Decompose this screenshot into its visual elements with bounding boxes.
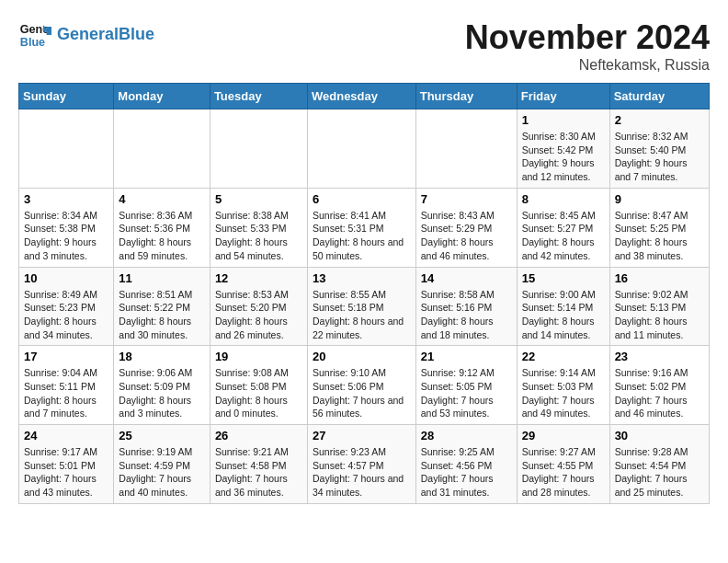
day-number: 29 [522,429,605,442]
day-number: 21 [421,350,512,363]
calendar-cell: 17Sunrise: 9:04 AM Sunset: 5:11 PM Dayli… [19,346,114,425]
day-info: Sunrise: 8:47 AM Sunset: 5:25 PM Dayligh… [615,209,704,263]
header-saturday: Saturday [609,84,709,109]
day-info: Sunrise: 8:45 AM Sunset: 5:27 PM Dayligh… [522,209,605,263]
calendar-cell [415,109,517,189]
calendar-cell: 23Sunrise: 9:16 AM Sunset: 5:02 PM Dayli… [609,346,709,425]
day-number: 24 [24,429,108,442]
calendar-cell: 13Sunrise: 8:55 AM Sunset: 5:18 PM Dayli… [307,267,415,346]
calendar-cell: 10Sunrise: 8:49 AM Sunset: 5:23 PM Dayli… [19,267,114,346]
day-info: Sunrise: 9:02 AM Sunset: 5:13 PM Dayligh… [615,288,704,342]
calendar-cell: 4Sunrise: 8:36 AM Sunset: 5:36 PM Daylig… [114,188,210,267]
day-info: Sunrise: 9:04 AM Sunset: 5:11 PM Dayligh… [24,366,108,420]
calendar-cell: 5Sunrise: 8:38 AM Sunset: 5:33 PM Daylig… [210,188,307,267]
calendar-cell: 28Sunrise: 9:25 AM Sunset: 4:56 PM Dayli… [415,425,517,504]
day-info: Sunrise: 9:17 AM Sunset: 5:01 PM Dayligh… [24,445,108,500]
calendar-cell: 30Sunrise: 9:28 AM Sunset: 4:54 PM Dayli… [609,425,709,504]
calendar-week-5: 24Sunrise: 9:17 AM Sunset: 5:01 PM Dayli… [19,425,710,504]
day-info: Sunrise: 9:28 AM Sunset: 4:54 PM Dayligh… [615,445,704,500]
day-number: 25 [119,429,205,442]
day-number: 16 [615,271,704,285]
day-number: 11 [119,271,205,285]
day-number: 15 [522,271,605,285]
logo-icon: General Blue [18,18,51,52]
day-number: 13 [313,271,411,285]
page-header: General Blue GeneralBlue November 2024 N… [18,18,710,74]
calendar-cell [210,109,307,189]
calendar-cell: 20Sunrise: 9:10 AM Sunset: 5:06 PM Dayli… [307,346,415,425]
calendar-cell: 19Sunrise: 9:08 AM Sunset: 5:08 PM Dayli… [210,346,307,425]
day-number: 12 [215,271,302,285]
calendar-week-4: 17Sunrise: 9:04 AM Sunset: 5:11 PM Dayli… [19,346,710,425]
calendar-cell: 24Sunrise: 9:17 AM Sunset: 5:01 PM Dayli… [19,425,114,504]
day-info: Sunrise: 8:53 AM Sunset: 5:20 PM Dayligh… [215,288,302,342]
day-number: 14 [421,271,512,285]
header-thursday: Thursday [415,84,517,109]
title-block: November 2024 Neftekamsk, Russia [465,18,710,74]
header-sunday: Sunday [19,84,114,109]
calendar-cell: 18Sunrise: 9:06 AM Sunset: 5:09 PM Dayli… [114,346,210,425]
day-info: Sunrise: 8:43 AM Sunset: 5:29 PM Dayligh… [421,209,512,263]
calendar-cell: 22Sunrise: 9:14 AM Sunset: 5:03 PM Dayli… [517,346,609,425]
calendar-cell [114,109,210,189]
day-info: Sunrise: 8:32 AM Sunset: 5:40 PM Dayligh… [615,130,704,184]
day-number: 8 [522,192,605,206]
day-number: 18 [119,350,205,363]
calendar-cell: 2Sunrise: 8:32 AM Sunset: 5:40 PM Daylig… [609,109,709,189]
day-info: Sunrise: 9:25 AM Sunset: 4:56 PM Dayligh… [421,445,512,500]
day-info: Sunrise: 9:21 AM Sunset: 4:58 PM Dayligh… [215,445,302,500]
day-number: 17 [24,350,108,363]
day-info: Sunrise: 9:00 AM Sunset: 5:14 PM Dayligh… [522,288,605,342]
calendar-cell: 1Sunrise: 8:30 AM Sunset: 5:42 PM Daylig… [517,109,609,189]
day-info: Sunrise: 9:10 AM Sunset: 5:06 PM Dayligh… [313,366,411,420]
header-tuesday: Tuesday [210,84,307,109]
day-info: Sunrise: 9:06 AM Sunset: 5:09 PM Dayligh… [119,366,205,420]
day-info: Sunrise: 8:51 AM Sunset: 5:22 PM Dayligh… [119,288,205,342]
month-title: November 2024 [465,18,710,57]
svg-marker-3 [47,27,51,35]
day-info: Sunrise: 8:49 AM Sunset: 5:23 PM Dayligh… [24,288,108,342]
calendar-cell [19,109,114,189]
header-friday: Friday [517,84,609,109]
calendar-week-2: 3Sunrise: 8:34 AM Sunset: 5:38 PM Daylig… [19,188,710,267]
calendar-cell: 8Sunrise: 8:45 AM Sunset: 5:27 PM Daylig… [517,188,609,267]
day-number: 10 [24,271,108,285]
calendar-cell: 27Sunrise: 9:23 AM Sunset: 4:57 PM Dayli… [307,425,415,504]
day-info: Sunrise: 8:58 AM Sunset: 5:16 PM Dayligh… [421,288,512,342]
day-info: Sunrise: 8:34 AM Sunset: 5:38 PM Dayligh… [24,209,108,263]
calendar-cell: 15Sunrise: 9:00 AM Sunset: 5:14 PM Dayli… [517,267,609,346]
day-info: Sunrise: 8:55 AM Sunset: 5:18 PM Dayligh… [313,288,411,342]
day-info: Sunrise: 9:08 AM Sunset: 5:08 PM Dayligh… [215,366,302,420]
day-info: Sunrise: 8:41 AM Sunset: 5:31 PM Dayligh… [313,209,411,263]
day-info: Sunrise: 8:38 AM Sunset: 5:33 PM Dayligh… [215,209,302,263]
day-info: Sunrise: 8:36 AM Sunset: 5:36 PM Dayligh… [119,209,205,263]
calendar-cell: 9Sunrise: 8:47 AM Sunset: 5:25 PM Daylig… [609,188,709,267]
calendar-cell: 25Sunrise: 9:19 AM Sunset: 4:59 PM Dayli… [114,425,210,504]
day-number: 28 [421,429,512,442]
header-wednesday: Wednesday [307,84,415,109]
day-number: 20 [313,350,411,363]
day-number: 19 [215,350,302,363]
calendar-week-3: 10Sunrise: 8:49 AM Sunset: 5:23 PM Dayli… [19,267,710,346]
calendar-cell: 6Sunrise: 8:41 AM Sunset: 5:31 PM Daylig… [307,188,415,267]
day-number: 22 [522,350,605,363]
day-number: 5 [215,192,302,206]
day-info: Sunrise: 9:12 AM Sunset: 5:05 PM Dayligh… [421,366,512,420]
calendar-cell: 14Sunrise: 8:58 AM Sunset: 5:16 PM Dayli… [415,267,517,346]
calendar-cell: 12Sunrise: 8:53 AM Sunset: 5:20 PM Dayli… [210,267,307,346]
day-info: Sunrise: 9:14 AM Sunset: 5:03 PM Dayligh… [522,366,605,420]
location: Neftekamsk, Russia [465,57,710,74]
day-number: 6 [313,192,411,206]
calendar-table: Sunday Monday Tuesday Wednesday Thursday… [18,83,710,504]
day-info: Sunrise: 9:19 AM Sunset: 4:59 PM Dayligh… [119,445,205,500]
calendar-cell: 16Sunrise: 9:02 AM Sunset: 5:13 PM Dayli… [609,267,709,346]
day-info: Sunrise: 9:16 AM Sunset: 5:02 PM Dayligh… [615,366,704,420]
day-number: 9 [615,192,704,206]
day-number: 27 [313,429,411,442]
logo-line1: GeneralBlue [57,26,154,44]
day-number: 4 [119,192,205,206]
calendar-cell [307,109,415,189]
calendar-cell: 11Sunrise: 8:51 AM Sunset: 5:22 PM Dayli… [114,267,210,346]
day-info: Sunrise: 9:23 AM Sunset: 4:57 PM Dayligh… [313,445,411,500]
calendar-week-1: 1Sunrise: 8:30 AM Sunset: 5:42 PM Daylig… [19,109,710,189]
